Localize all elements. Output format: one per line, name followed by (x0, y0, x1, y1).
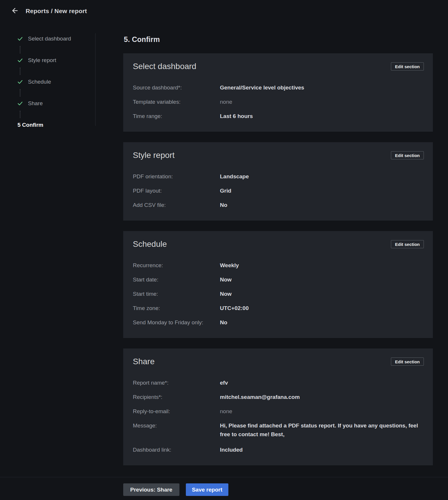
section-card-select-dashboard: Select dashboardEdit sectionSource dashb… (123, 53, 433, 132)
sidebar-step-schedule[interactable]: Schedule (17, 78, 90, 85)
summary-row: Add CSV file:No (133, 202, 423, 208)
summary-row: PDF layout:Grid (133, 188, 423, 194)
summary-row: Time range:Last 6 hours (133, 113, 423, 119)
summary-row: Start time:Now (133, 291, 423, 297)
edit-section-button[interactable]: Edit section (391, 151, 424, 159)
step-label: Share (28, 100, 43, 107)
row-value: No (220, 319, 423, 326)
page-header: Reports / New report (0, 0, 448, 22)
page-title: 5. Confirm (124, 35, 160, 44)
row-value: efv (220, 380, 423, 386)
row-label: PDF layout: (133, 188, 220, 194)
row-label: Start time: (133, 291, 220, 297)
check-icon (17, 79, 23, 85)
arrow-left-icon (11, 7, 19, 15)
sidebar-step-confirm-active[interactable]: 5 Confirm (17, 122, 90, 128)
stepper-divider (95, 33, 96, 126)
summary-row: Source dashboard*:General/Service level … (133, 84, 423, 91)
summary-row: Recipients*:mitchel.seaman@grafana.com (133, 394, 423, 400)
breadcrumb: Reports / New report (26, 8, 87, 15)
row-label: Message: (133, 422, 220, 429)
step-label: Select dashboard (28, 36, 71, 42)
row-value: Hi, Please find attached a PDF status re… (220, 421, 423, 439)
row-value: General/Service level objectives (220, 84, 423, 91)
summary-row: Send Monday to Friday only:No (133, 319, 423, 326)
sidebar-step-style-report[interactable]: Style report (17, 57, 90, 64)
row-value: mitchel.seaman@grafana.com (220, 394, 423, 400)
summary-row: Template variables:none (133, 99, 423, 105)
row-label: Template variables: (133, 99, 220, 105)
step-connector (20, 111, 20, 118)
row-value: Grid (220, 188, 423, 194)
previous-share-button[interactable]: Previous: Share (123, 483, 179, 496)
row-value: none (220, 99, 423, 105)
row-label: Reply-to-email: (133, 408, 220, 415)
step-connector (20, 68, 20, 75)
row-label: Source dashboard*: (133, 84, 220, 91)
row-value: Included (220, 447, 423, 453)
row-value: Weekly (220, 262, 423, 269)
save-report-button[interactable]: Save report (186, 483, 229, 496)
check-icon (17, 57, 23, 64)
confirm-sections: Select dashboardEdit sectionSource dashb… (123, 53, 433, 476)
step-connector (20, 89, 20, 96)
summary-row: Start date:Now (133, 277, 423, 283)
row-label: PDF orientation: (133, 173, 220, 180)
summary-row: Message:Hi, Please find attached a PDF s… (133, 422, 423, 439)
check-icon (17, 36, 23, 42)
row-label: Time range: (133, 113, 220, 119)
row-label: Start date: (133, 277, 220, 283)
section-title: Select dashboard (133, 61, 423, 71)
step-connector (20, 46, 20, 53)
row-label: Report name*: (133, 380, 220, 386)
row-label: Recurrence: (133, 262, 220, 269)
wizard-stepper: Select dashboardStyle reportScheduleShar… (17, 35, 90, 128)
summary-row: Recurrence:Weekly (133, 262, 423, 269)
footer-divider (0, 477, 448, 477)
summary-row: PDF orientation:Landscape (133, 173, 423, 180)
check-icon (17, 100, 23, 107)
sidebar-step-select-dashboard[interactable]: Select dashboard (17, 35, 90, 42)
summary-row: Reply-to-email:none (133, 408, 423, 415)
row-label: Dashboard link: (133, 447, 220, 453)
row-label: Send Monday to Friday only: (133, 319, 220, 326)
edit-section-button[interactable]: Edit section (391, 358, 424, 366)
row-value: No (220, 202, 423, 208)
row-value: UTC+02:00 (220, 305, 423, 311)
step-label: Style report (28, 57, 56, 64)
footer-actions: Previous: Share Save report (123, 483, 228, 496)
edit-section-button[interactable]: Edit section (391, 62, 424, 71)
row-label: Add CSV file: (133, 202, 220, 208)
section-card-style-report: Style reportEdit sectionPDF orientation:… (123, 142, 433, 221)
row-label: Time zone: (133, 305, 220, 311)
summary-row: Time zone:UTC+02:00 (133, 305, 423, 311)
sidebar-step-share[interactable]: Share (17, 100, 90, 107)
summary-row: Dashboard link:Included (133, 447, 423, 453)
summary-row: Report name*:efv (133, 380, 423, 386)
row-value: none (220, 408, 423, 415)
section-card-share: ShareEdit sectionReport name*:efvRecipie… (123, 348, 433, 465)
row-value: Now (220, 291, 423, 297)
edit-section-button[interactable]: Edit section (391, 240, 424, 248)
row-value: Last 6 hours (220, 113, 423, 119)
step-label: Schedule (28, 79, 51, 85)
row-label: Recipients*: (133, 394, 220, 400)
row-value: Now (220, 277, 423, 283)
back-button[interactable] (10, 7, 19, 15)
row-value: Landscape (220, 173, 423, 180)
section-card-schedule: ScheduleEdit sectionRecurrence:WeeklySta… (123, 231, 433, 338)
section-title: Style report (133, 150, 423, 160)
section-title: Schedule (133, 239, 423, 249)
section-title: Share (133, 357, 423, 367)
